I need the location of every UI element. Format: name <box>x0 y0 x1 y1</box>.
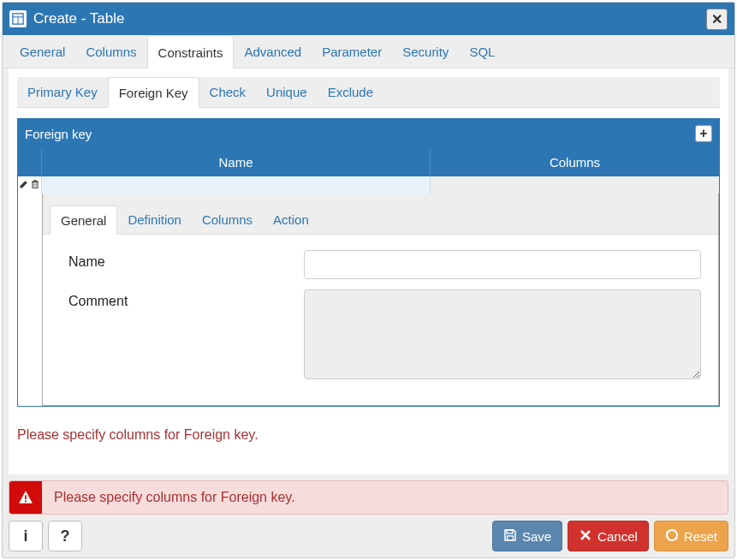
footer: i ? Save Cancel Reset <box>3 521 734 557</box>
reset-label: Reset <box>684 529 717 544</box>
detail-tab-action[interactable]: Action <box>263 206 319 234</box>
save-button[interactable]: Save <box>492 521 562 551</box>
delete-row-button[interactable] <box>30 178 40 190</box>
titlebar: Create - Table ✕ <box>3 3 734 35</box>
detail-tab-general[interactable]: General <box>50 206 117 235</box>
cancel-button[interactable]: Cancel <box>568 521 649 551</box>
sub-tab-primary-key[interactable]: Primary Key <box>17 77 108 107</box>
edit-row-button[interactable] <box>19 178 29 190</box>
grid-header-spacer <box>18 148 42 176</box>
comment-label: Comment <box>68 289 304 309</box>
section-header: Foreign key + <box>18 119 719 148</box>
sub-tab-exclude[interactable]: Exclude <box>318 77 383 107</box>
tab-sql[interactable]: SQL <box>459 35 505 68</box>
reset-button[interactable]: Reset <box>654 521 728 551</box>
svg-rect-12 <box>507 530 513 533</box>
tab-constraints[interactable]: Constraints <box>147 35 235 69</box>
svg-rect-11 <box>25 500 27 502</box>
detail-tab-definition[interactable]: Definition <box>117 206 192 234</box>
create-table-dialog: Create - Table ✕ General Columns Constra… <box>2 2 735 558</box>
tab-columns[interactable]: Columns <box>75 35 146 68</box>
foreign-key-section: Foreign key + Name Columns <box>17 118 720 407</box>
detail-panel: General Definition Columns Action Name C… <box>42 194 719 406</box>
cancel-label: Cancel <box>597 529 638 544</box>
name-label: Name <box>68 250 304 270</box>
add-foreign-key-button[interactable]: + <box>695 125 712 142</box>
alert-icon <box>9 481 42 514</box>
dialog-title: Create - Table <box>33 10 706 27</box>
alert-bar: Please specify columns for Foreign key. <box>9 480 728 515</box>
detail-tab-columns[interactable]: Columns <box>192 206 263 234</box>
detail-tabs: General Definition Columns Action <box>43 194 718 235</box>
form-row-comment: Comment <box>68 289 701 379</box>
sub-tab-check[interactable]: Check <box>199 77 257 107</box>
constraint-sub-tabs: Primary Key Foreign Key Check Unique Exc… <box>17 77 720 108</box>
close-button[interactable]: ✕ <box>706 9 728 30</box>
cancel-icon <box>579 528 592 545</box>
row-columns-cell[interactable] <box>431 176 719 194</box>
grid-header-name: Name <box>42 148 431 176</box>
help-button[interactable]: ? <box>48 521 82 551</box>
save-label: Save <box>522 529 551 544</box>
grid-header: Name Columns <box>18 148 719 176</box>
svg-rect-10 <box>25 495 27 499</box>
row-actions <box>18 176 42 194</box>
content-area: Primary Key Foreign Key Check Unique Exc… <box>9 69 728 474</box>
name-input[interactable] <box>304 250 701 279</box>
inline-error-text: Please specify columns for Foreign key. <box>17 427 720 443</box>
comment-textarea[interactable] <box>304 289 701 379</box>
grid-header-columns: Columns <box>431 148 719 176</box>
table-icon <box>9 10 27 27</box>
info-button[interactable]: i <box>9 521 43 551</box>
alert-text: Please specify columns for Foreign key. <box>42 490 295 505</box>
detail-body: Name Comment <box>43 235 718 405</box>
form-row-name: Name <box>68 250 701 279</box>
grid-row <box>18 176 719 194</box>
svg-rect-3 <box>33 182 38 188</box>
save-icon <box>503 528 517 545</box>
tab-parameter[interactable]: Parameter <box>312 35 392 68</box>
sub-tab-foreign-key[interactable]: Foreign Key <box>108 77 199 108</box>
tab-general[interactable]: General <box>9 35 75 68</box>
row-name-cell[interactable] <box>42 176 431 194</box>
section-title: Foreign key <box>25 127 92 141</box>
main-tabs: General Columns Constraints Advanced Par… <box>3 35 734 69</box>
tab-security[interactable]: Security <box>392 35 459 68</box>
reset-icon <box>665 528 679 545</box>
sub-tab-unique[interactable]: Unique <box>256 77 318 107</box>
tab-advanced[interactable]: Advanced <box>234 35 312 68</box>
footer-spacer <box>87 521 487 551</box>
